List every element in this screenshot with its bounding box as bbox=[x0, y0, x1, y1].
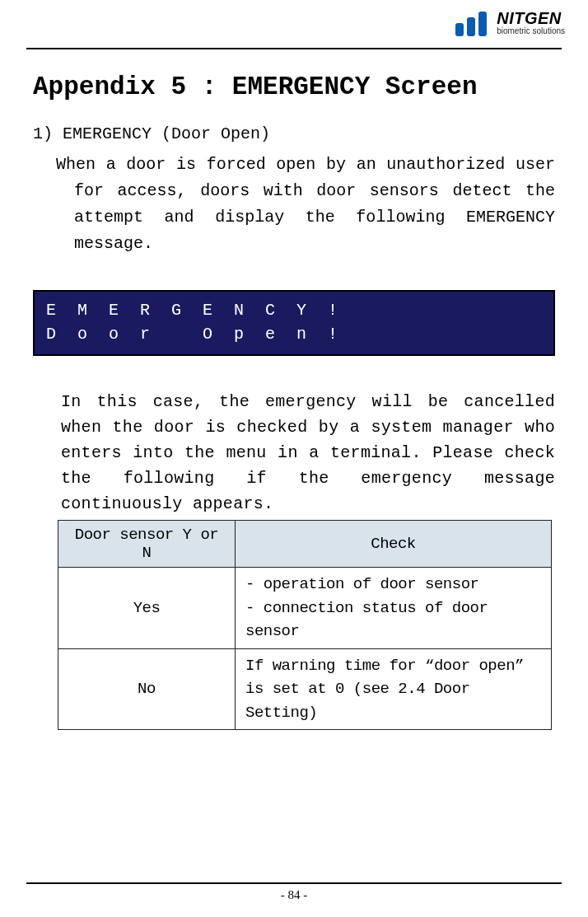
table-header-row: Door sensor Y or N Check bbox=[58, 521, 552, 568]
svg-rect-2 bbox=[478, 12, 487, 36]
page-number: - 84 - bbox=[0, 888, 588, 902]
lcd-char: e bbox=[265, 322, 296, 346]
svg-rect-1 bbox=[467, 17, 475, 36]
lcd-char: o bbox=[109, 322, 140, 346]
cell-sensor-yes: Yes bbox=[58, 568, 236, 649]
col-head-sensor: Door sensor Y or N bbox=[58, 521, 236, 568]
brand-name: NITGEN bbox=[497, 10, 565, 27]
lcd-char: C bbox=[265, 298, 296, 322]
lcd-char: R bbox=[140, 298, 171, 322]
cell-sensor-no: No bbox=[58, 648, 236, 730]
lcd-char: O bbox=[203, 322, 234, 346]
lcd-char: n bbox=[296, 322, 328, 346]
cell-check-no: If warning time for “door open” is set a… bbox=[236, 648, 552, 730]
check-table: Door sensor Y or N Check Yes - operation… bbox=[58, 520, 552, 730]
lcd-char: Y bbox=[296, 298, 328, 322]
lcd-char: G bbox=[171, 298, 203, 322]
lcd-row-1: EMERGENCY! bbox=[46, 298, 542, 322]
lcd-char: ! bbox=[328, 298, 359, 322]
lcd-row-2: DoorOpen! bbox=[46, 322, 542, 346]
page-title: Appendix 5 : EMERGENCY Screen bbox=[33, 73, 555, 101]
lcd-char: M bbox=[77, 298, 109, 322]
brand-logo: NITGEN biometric solutions bbox=[455, 10, 565, 36]
table-row: Yes - operation of door sensor- connecti… bbox=[58, 568, 552, 649]
lcd-char: D bbox=[46, 322, 77, 346]
lcd-char: p bbox=[234, 322, 265, 346]
lcd-char: E bbox=[46, 298, 77, 322]
lcd-char: E bbox=[203, 298, 234, 322]
lcd-char: o bbox=[77, 322, 109, 346]
col-head-check: Check bbox=[236, 521, 552, 568]
brand-bars-icon bbox=[455, 12, 492, 36]
lcd-char: r bbox=[140, 322, 171, 346]
section-heading: 1) EMERGENCY (Door Open) bbox=[33, 124, 555, 143]
followup-paragraph: In this case, the emergency will be canc… bbox=[56, 389, 555, 517]
footer-divider bbox=[26, 882, 562, 884]
intro-paragraph: When a door is forced open by an unautho… bbox=[56, 152, 555, 257]
lcd-char: N bbox=[234, 298, 265, 322]
svg-rect-0 bbox=[455, 23, 464, 36]
table-row: No If warning time for “door open” is se… bbox=[58, 648, 552, 730]
lcd-char: ! bbox=[328, 322, 359, 346]
header-divider bbox=[26, 48, 562, 49]
brand-tagline: biometric solutions bbox=[497, 27, 565, 36]
lcd-display: EMERGENCY! DoorOpen! bbox=[33, 290, 555, 356]
cell-check-yes: - operation of door sensor- connection s… bbox=[236, 568, 552, 649]
lcd-char: E bbox=[109, 298, 140, 322]
